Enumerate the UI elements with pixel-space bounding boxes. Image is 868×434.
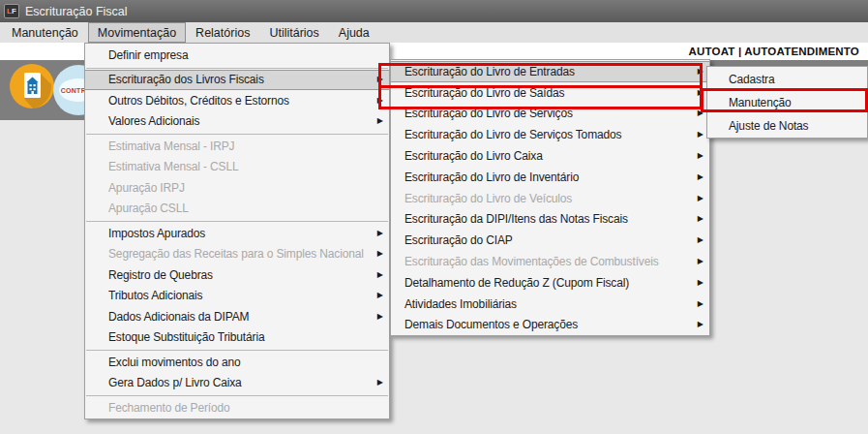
menu-item-demais-documentos-e-operacoes[interactable]: Demais Documentos e Operações▶ [391,315,709,336]
menu-separator [85,132,389,136]
submenu-entradas: CadastraManutençãoAjuste de Notas [706,66,868,139]
menu-separator [85,348,389,352]
menu-item-definir-empresa[interactable]: Definir empresa [85,45,389,66]
dropdown-menu-movimentacao: Definir empresaEscrituração dos Livros F… [84,43,390,419]
menu-item-detalhamento-de-reducao-z-cupom-fiscal[interactable]: Detalhamento de Redução Z (Cupom Fiscal)… [391,272,709,294]
menu-item-valores-adicionais[interactable]: Valores Adicionais▶ [85,111,389,133]
menu-item-escrituracao-do-livro-de-servicos[interactable]: Escrituração do Livro de Serviços▶ [391,104,709,125]
menubar-item-utilitarios[interactable]: Utilitários [259,22,328,43]
menu-item-escrituracao-do-ciap[interactable]: Escrituração do CIAP▶ [391,230,709,251]
submenu-arrow-icon: ▶ [377,230,383,237]
menu-item-escrituracao-do-livro-de-saidas[interactable]: Escrituração do Livro de Saídas▶ [391,82,709,104]
submenu-arrow-icon: ▶ [377,313,383,321]
menu-item-label: Tributos Adicionais [108,289,202,302]
menu-item-label: Detalhamento de Redução Z (Cupom Fiscal) [404,276,629,290]
menu-item-label: Estimativa Mensal - CSLL [108,160,238,173]
submenu-arrow-icon: ▶ [698,173,703,181]
menu-item-label: Escrituração da DIPI/Itens das Notas Fis… [404,212,628,226]
submenu-arrow-icon: ▶ [377,117,383,125]
submenu-arrow-icon: ▶ [698,131,703,139]
submenu-arrow-icon: ▶ [698,215,703,223]
menu-item-label: Valores Adicionais [108,114,199,128]
menu-item-label: Gera Dados p/ Livro Caixa [108,376,242,389]
menubar-item-manutencao[interactable]: Manutenção [2,22,88,43]
window-title: Escrituração Fiscal [25,5,128,18]
menu-item-gera-dados-p-livro-caixa[interactable]: Gera Dados p/ Livro Caixa▶ [85,373,389,394]
menu-item-estoque-substituicao-tributaria[interactable]: Estoque Substituição Tributária [85,327,389,349]
menu-item-escrituracao-do-livro-de-servicos-tomados[interactable]: Escrituração do Livro de Serviços Tomado… [391,124,709,145]
menubar-item-movimentacao[interactable]: Movimentação [88,22,186,43]
menu-item-label: Escrituração do Livro Caixa [404,149,543,163]
menu-item-escrituracao-do-livro-de-entradas[interactable]: Escrituração do Livro de Entradas▶ [391,61,709,82]
menu-item-outros-debitos-creditos-e-estornos[interactable]: Outros Débitos, Créditos e Estornos▶ [85,90,389,111]
menu-item-escrituracao-do-livro-de-veiculos[interactable]: Escrituração do Livro de Veículos▶ [391,188,709,209]
submenu-arrow-icon: ▶ [698,89,703,97]
submenu-livros-fiscais: Escrituração do Livro de Entradas▶Escrit… [390,59,710,336]
submenu-arrow-icon: ▶ [377,76,383,83]
menu-item-registro-de-quebras[interactable]: Registro de Quebras▶ [85,264,389,286]
submenu-arrow-icon: ▶ [698,258,703,265]
menu-item-label: Segregação das Receitas para o Simples N… [108,247,364,261]
menu-item-atividades-imobiliarias[interactable]: Atividades Imobiliárias▶ [391,294,709,315]
menu-item-escrituracao-das-movimentacoes-de-combustiveis[interactable]: Escrituração das Movimentações de Combus… [391,251,709,272]
menu-item-escrituracao-dos-livros-fiscais[interactable]: Escrituração dos Livros Fiscais▶ [85,70,389,91]
menu-item-impostos-apurados[interactable]: Impostos Apurados▶ [85,223,389,244]
menu-item-tributos-adicionais[interactable]: Tributos Adicionais▶ [85,286,389,307]
menu-item-estimativa-mensal-csll[interactable]: Estimativa Mensal - CSLL [85,157,389,178]
submenu-arrow-icon: ▶ [698,321,703,328]
submenu-arrow-icon: ▶ [377,250,383,258]
submenu-arrow-icon: ▶ [377,379,383,387]
menu-item-label: Ajuste de Notas [729,119,808,133]
menu-item-segregacao-das-receitas-para-o-simples-nacional[interactable]: Segregação das Receitas para o Simples N… [85,244,389,265]
menu-item-label: Escrituração do CIAP [404,233,513,247]
menu-item-label: Manutenção [729,96,792,109]
submenu-arrow-icon: ▶ [698,68,703,76]
menu-bar: ManutençãoMovimentaçãoRelatóriosUtilitár… [0,22,868,43]
submenu-arrow-icon: ▶ [698,195,703,202]
menubar-item-relatorios[interactable]: Relatórios [186,22,259,43]
menu-item-label: Atividades Imobiliárias [404,297,517,311]
submenu-arrow-icon: ▶ [698,109,703,117]
menu-item-label: Estoque Substituição Tributária [108,330,264,344]
menu-item-exclui-movimentos-do-ano[interactable]: Exclui movimentos do ano [85,352,389,373]
menu-item-manutencao[interactable]: Manutenção [707,91,867,114]
submenu-arrow-icon: ▶ [698,300,703,308]
menu-item-label: Escrituração do Livro de Serviços [404,107,573,120]
menu-separator [85,219,389,223]
menu-item-label: Impostos Apurados [108,227,205,240]
company-building-icon[interactable] [10,64,54,108]
menu-item-label: Escrituração do Livro de Entradas [404,65,575,78]
submenu-arrow-icon: ▶ [698,236,703,244]
menu-item-apuracao-csll[interactable]: Apuração CSLL [85,199,389,220]
menu-item-label: Exclui movimentos do ano [108,356,240,369]
menu-item-escrituracao-da-dipi-itens-das-notas-fiscais[interactable]: Escrituração da DIPI/Itens das Notas Fis… [391,209,709,231]
menu-item-escrituracao-do-livro-de-inventario[interactable]: Escrituração do Livro de Inventário▶ [391,167,709,188]
menu-item-dados-adicionais-da-dipam[interactable]: Dados Adicionais da DIPAM▶ [85,306,389,327]
menu-item-label: Estimativa Mensal - IRPJ [108,140,234,153]
menu-item-label: Escrituração dos Livros Fiscais [108,73,264,86]
menu-item-label: Escrituração das Movimentações de Combus… [404,255,659,268]
submenu-arrow-icon: ▶ [377,292,383,299]
app-icon: LF [4,4,19,18]
status-text: AUTOAT | AUTOATENDIMENTO [689,46,859,57]
menu-separator [85,393,389,397]
menu-item-cadastra[interactable]: Cadastra [707,68,867,91]
menubar-item-ajuda[interactable]: Ajuda [329,22,379,43]
app-window: LF Escrituração Fiscal ManutençãoMovimen… [0,0,868,434]
menu-item-label: Outros Débitos, Créditos e Estornos [108,94,289,108]
submenu-arrow-icon: ▶ [698,152,703,160]
menu-item-label: Escrituração do Livro de Inventário [404,170,579,184]
menu-item-escrituracao-do-livro-caixa[interactable]: Escrituração do Livro Caixa▶ [391,145,709,167]
menu-item-estimativa-mensal-irpj[interactable]: Estimativa Mensal - IRPJ [85,136,389,157]
menu-item-label: Registro de Quebras [108,268,213,282]
menu-item-ajuste-de-notas[interactable]: Ajuste de Notas [707,114,867,138]
menu-item-label: Apuração CSLL [108,202,189,215]
menu-item-apuracao-irpj[interactable]: Apuração IRPJ [85,177,389,199]
submenu-arrow-icon: ▶ [698,279,703,287]
submenu-arrow-icon: ▶ [377,271,383,279]
menu-item-fechamento-de-periodo[interactable]: Fechamento de Período [85,397,389,418]
menu-item-label: Escrituração do Livro de Veículos [404,192,572,205]
menu-item-label: Fechamento de Período [108,401,230,415]
submenu-arrow-icon: ▶ [377,97,383,105]
menu-item-label: Demais Documentos e Operações [404,318,578,331]
